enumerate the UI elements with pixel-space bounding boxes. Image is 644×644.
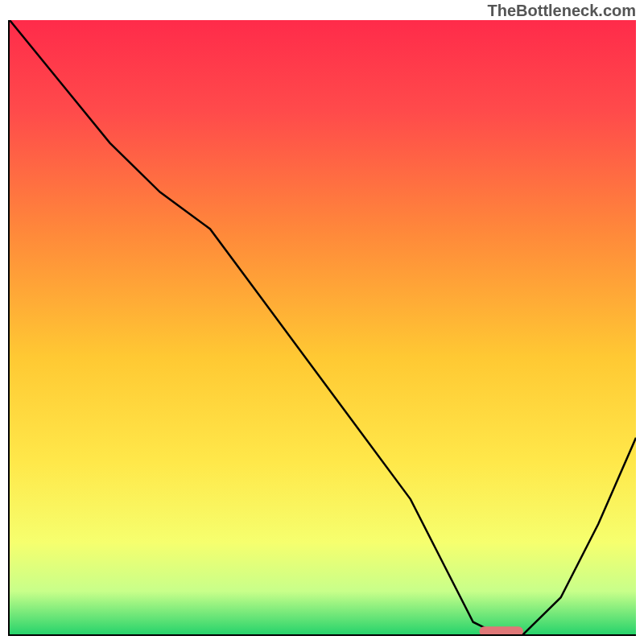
gradient-background <box>10 20 636 634</box>
optimal-range-marker <box>480 626 523 634</box>
watermark-text: TheBottleneck.com <box>488 2 636 20</box>
bottleneck-chart <box>10 20 636 634</box>
